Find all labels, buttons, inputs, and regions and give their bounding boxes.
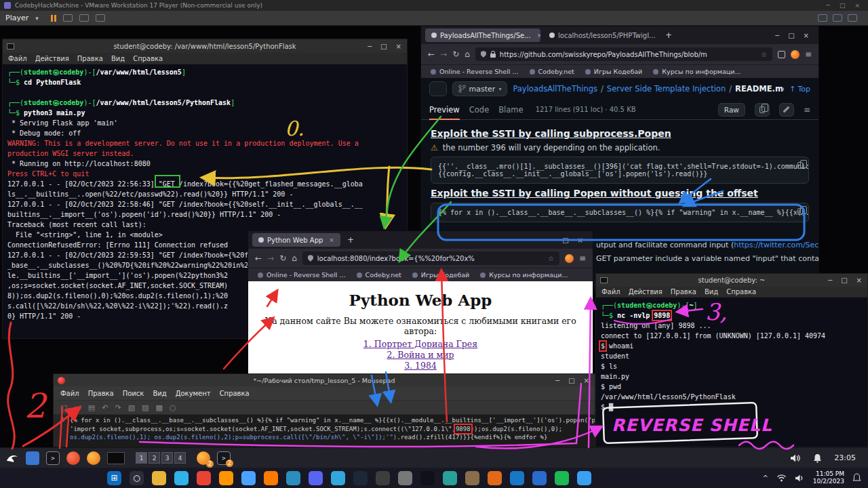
close-button[interactable]: × [854, 2, 860, 9]
notifications-bell-icon[interactable] [813, 453, 822, 463]
toolbar-icon[interactable]: ▨ [142, 403, 149, 412]
section-heading[interactable]: Exploit the SSTI by calling Popen withou… [431, 188, 809, 199]
vm-clock[interactable]: 23:05 [834, 453, 856, 462]
app-icon[interactable] [510, 471, 524, 485]
menu-item[interactable]: Файл [601, 288, 620, 296]
menu-item[interactable]: Справка [220, 390, 250, 397]
back-to-top-link[interactable]: ↑ Top [789, 85, 810, 94]
pause-vm-icon[interactable] [51, 15, 56, 22]
firefox-icon[interactable] [87, 451, 100, 465]
forward-icon[interactable]: → [267, 253, 274, 263]
menu-item[interactable]: Правка [671, 288, 696, 296]
app-icon[interactable] [264, 471, 278, 485]
toolbar-icon[interactable]: ○ [170, 403, 176, 412]
vm-fullscreen-icon[interactable] [833, 14, 842, 22]
code-block-popen-no-offset[interactable]: {% for x in ().__class__.__base__.__subc… [431, 203, 809, 222]
menu-item[interactable]: Документ [176, 390, 211, 397]
more-options-icon[interactable]: ≡ [804, 105, 810, 115]
edit-file-button[interactable] [779, 103, 794, 117]
maximize-button[interactable]: □ [568, 377, 574, 384]
file-manager-icon[interactable] [26, 451, 39, 465]
copy-icon[interactable] [797, 162, 803, 169]
toolbar-icon[interactable]: ↷ [115, 403, 121, 412]
minimize-button[interactable]: ─ [368, 43, 372, 50]
menu-item[interactable]: Справка [133, 55, 163, 62]
bookmark-item[interactable]: Online - Reverse Shell ... [431, 68, 519, 75]
close-button[interactable]: × [584, 377, 589, 384]
toolbar-icon[interactable]: □ [60, 403, 67, 412]
branch-selector[interactable]: master ▾ [452, 81, 508, 96]
workspace-button[interactable]: 1 [136, 452, 147, 464]
raw-button[interactable]: Raw [718, 103, 745, 117]
bookmark-item[interactable]: Курсы по информаци... [653, 68, 741, 75]
minimize-button[interactable]: ─ [775, 32, 779, 39]
bookmark-star-icon[interactable]: ☆ [761, 51, 767, 58]
bookmark-item[interactable]: Online - Reverse Shell ... [258, 271, 346, 279]
edge-icon[interactable] [174, 471, 189, 485]
tab-blame[interactable]: Blame [498, 100, 523, 120]
vm-devices-icon[interactable] [818, 14, 827, 22]
tab-preview[interactable]: Preview [429, 100, 460, 120]
tab-localhost-phptwig[interactable]: localhost/lesson5/PHPTwigI... × [543, 28, 658, 42]
minimize-button[interactable]: ─ [555, 377, 559, 384]
file-tree-toggle-icon[interactable] [429, 81, 447, 96]
code-block-popen[interactable]: {{''.__class__.mro()[1].__subclasses__()… [431, 157, 809, 184]
workspace-button[interactable]: 4 [174, 452, 186, 464]
bookmark-item[interactable]: Курсы по информаци... [480, 271, 568, 279]
app-icon[interactable] [286, 471, 300, 485]
bookmark-item[interactable]: Codeby.net [357, 271, 401, 279]
book-link[interactable]: 2. Война и мир [248, 350, 593, 361]
terminal-output[interactable]: ┌──(student㉿codeby)-[~]└─$ nc -nvlp 9898… [596, 298, 867, 447]
vm-toolbar-icon[interactable] [63, 14, 73, 22]
menu-item[interactable]: Файл [8, 55, 27, 62]
close-button[interactable]: × [856, 277, 862, 284]
firefox-task-icon[interactable]: 2 [197, 451, 210, 465]
window-preview[interactable] [107, 452, 125, 464]
book-link[interactable]: 1. Портрет Дориана Грея [248, 339, 593, 350]
maximize-button[interactable]: □ [841, 277, 847, 284]
maximize-button[interactable]: □ [788, 32, 794, 39]
back-icon[interactable]: ← [255, 253, 262, 263]
vm-toolbar-icon[interactable] [96, 14, 105, 22]
menu-item[interactable]: Поиск [123, 390, 144, 397]
terminal-app-icon[interactable]: > [46, 451, 60, 465]
copy-icon[interactable] [797, 208, 803, 215]
app-icon[interactable] [577, 471, 591, 485]
menu-item[interactable]: Вид [705, 288, 718, 296]
maximize-button[interactable]: □ [562, 237, 568, 244]
app-icon[interactable] [309, 471, 323, 485]
vm-settings-icon[interactable] [848, 14, 857, 22]
toolbar-icon[interactable]: ▭ [74, 403, 81, 412]
bookmark-item[interactable]: Codeby.net [530, 68, 574, 75]
forward-icon[interactable]: → [440, 49, 447, 59]
volume-icon[interactable] [795, 474, 805, 483]
volume-icon[interactable] [790, 453, 801, 463]
close-button[interactable]: × [804, 32, 809, 39]
editor-text[interactable]: {% for x in ().__class__.__base__.__subc… [67, 415, 595, 447]
extension-flame-icon[interactable] [791, 50, 800, 59]
menu-item[interactable]: Файл [60, 390, 79, 397]
toolbar-icon[interactable]: ▤ [88, 403, 95, 412]
app-icon[interactable] [488, 471, 502, 485]
app-icon[interactable] [376, 471, 390, 485]
twitter-link[interactable]: https://twitter.com/SecGus [734, 241, 818, 249]
close-tab-icon[interactable]: × [329, 237, 334, 243]
vm-toolbar-icon[interactable] [79, 14, 89, 22]
app-icon[interactable] [532, 471, 547, 485]
app-icon[interactable] [443, 471, 457, 485]
maximize-button[interactable]: □ [380, 43, 387, 50]
refresh-icon[interactable]: ↻ [279, 253, 286, 263]
toolbar-icon[interactable]: ↶ [102, 403, 108, 412]
app-icon[interactable] [465, 471, 479, 485]
app-icon[interactable] [555, 471, 569, 485]
close-button[interactable]: × [396, 43, 401, 50]
menu-item[interactable]: Вид [153, 390, 166, 397]
app-icon[interactable] [241, 471, 256, 485]
close-button[interactable]: × [578, 237, 583, 244]
brave-icon[interactable] [66, 451, 80, 465]
kali-menu-icon[interactable] [5, 451, 19, 465]
minimize-button[interactable]: ─ [549, 237, 553, 244]
app-icon[interactable] [353, 471, 368, 485]
start-button[interactable]: ⊞ [107, 471, 121, 485]
editor-body[interactable]: 1 {% for x in ().__class__.__base__.__su… [54, 415, 595, 447]
